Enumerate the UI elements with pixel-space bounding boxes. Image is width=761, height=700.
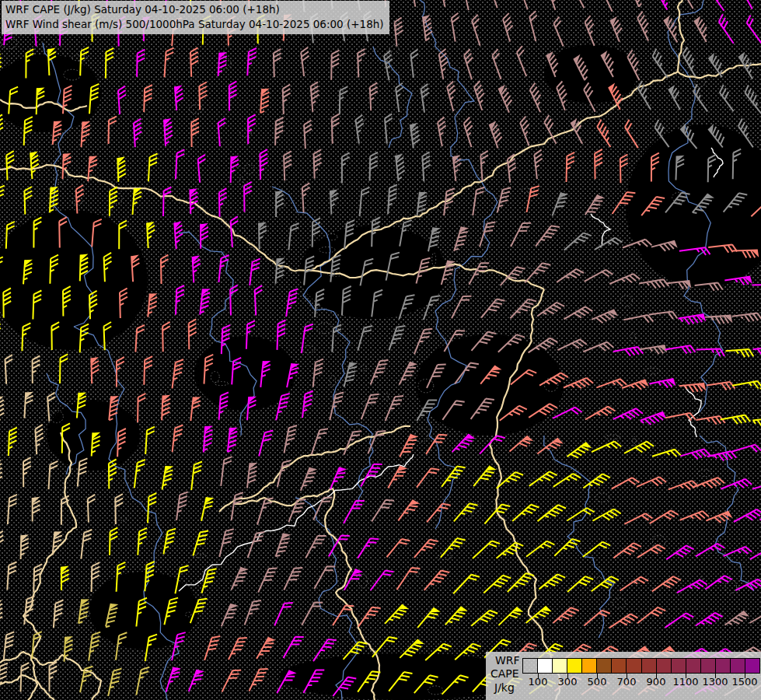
- wind-barb: [595, 149, 602, 179]
- wind-barb: [219, 188, 227, 217]
- cape-contour-squiggle: [358, 575, 367, 589]
- legend-cell: [582, 659, 597, 673]
- wind-barb: [148, 293, 157, 317]
- wind-barb: [573, 0, 585, 8]
- wind-barb: [544, 115, 556, 144]
- wind-barb: [301, 467, 317, 491]
- wind-barb: [21, 534, 29, 559]
- wind-barb: [164, 118, 173, 146]
- wind-barb: [438, 117, 446, 147]
- wind-barb: [706, 511, 732, 523]
- wind-barb: [625, 120, 638, 148]
- wind-barb: [637, 12, 648, 41]
- wind-barb: [652, 576, 681, 591]
- wind-barb: [474, 81, 484, 110]
- wind-barb: [136, 667, 149, 695]
- legend-label-cape: CAPE: [490, 667, 519, 680]
- wind-barb: [609, 274, 640, 284]
- wind-barb: [721, 479, 752, 489]
- wind-barb: [201, 223, 208, 249]
- wind-barb: [134, 119, 141, 148]
- cape-contour-squiggle: [437, 555, 452, 560]
- wind-barb: [497, 187, 511, 212]
- wind-barb: [567, 576, 593, 592]
- wind-barb: [503, 13, 513, 42]
- wind-barb: [284, 568, 302, 590]
- legend-cell: [523, 659, 538, 673]
- wind-barb: [50, 662, 58, 691]
- wind-barb: [400, 362, 418, 385]
- wind-barb-pennant: [408, 434, 418, 439]
- wind-barb: [342, 152, 350, 183]
- wind-barb: [9, 428, 17, 456]
- wind-barb: [553, 17, 563, 47]
- wind-barb: [469, 263, 489, 285]
- wind-barb: [553, 192, 569, 215]
- wind-barb: [679, 314, 707, 324]
- wind-barb: [731, 445, 761, 452]
- wind-barb: [693, 84, 707, 111]
- wind-barb: [311, 82, 319, 112]
- wind-barb: [583, 342, 613, 352]
- wind-barb: [512, 505, 539, 521]
- legend-cell: [642, 659, 657, 673]
- legend-cell: [657, 659, 672, 673]
- legend-cell: [745, 659, 759, 673]
- wind-barb: [396, 154, 405, 181]
- wind-barb: [250, 259, 260, 285]
- wind-barb: [452, 13, 459, 42]
- wind-barb: [145, 427, 155, 454]
- wind-barb: [652, 450, 681, 457]
- legend-cell: [672, 659, 686, 673]
- wind-barb: [288, 223, 298, 250]
- wind-barb: [421, 84, 430, 113]
- wind-barb: [302, 603, 323, 625]
- wind-barb: [247, 463, 257, 488]
- cape-contour-squiggle: [193, 554, 206, 558]
- wind-barb: [88, 495, 96, 523]
- wind-barb: [610, 16, 622, 42]
- wind-barb: [750, 548, 761, 560]
- legend-tick-label: 1100: [672, 676, 698, 688]
- legend-cell: [553, 659, 567, 673]
- wind-barb: [230, 285, 238, 316]
- wind-barb: [624, 442, 654, 453]
- wind-barb: [705, 316, 732, 324]
- river-line: [373, 47, 412, 148]
- wind-barb: [190, 397, 201, 421]
- wind-barb: [134, 460, 145, 488]
- wind-barb: [165, 48, 174, 78]
- wind-barb: [473, 541, 500, 558]
- wind-barb-pennant: [609, 310, 618, 316]
- legend-cell: [686, 659, 701, 673]
- wind-barb: [583, 542, 610, 557]
- legend-tick-label: 1300: [702, 676, 728, 688]
- wind-barb: [33, 497, 40, 522]
- wind-barb: [666, 545, 693, 559]
- wind-barb: [244, 182, 252, 212]
- wind-barb: [355, 115, 363, 144]
- wind-barb: [221, 457, 232, 486]
- wind-barb: [358, 49, 365, 78]
- wind-barb: [248, 532, 265, 558]
- wind-barb: [679, 383, 707, 392]
- country-border-line: [678, 0, 684, 72]
- wind-barb: [109, 117, 117, 144]
- wind-barb: [358, 607, 381, 627]
- wind-barb: [624, 513, 652, 524]
- wind-barb: [385, 114, 393, 143]
- wind-barb: [162, 322, 170, 352]
- wind-barb: [537, 303, 564, 317]
- wind-barb: [483, 576, 511, 593]
- wind-barb: [371, 360, 389, 384]
- wind-barb: [665, 345, 696, 354]
- legend-tick-label: 500: [588, 676, 607, 688]
- wind-barb: [480, 151, 488, 181]
- weather-map-canvas: [0, 0, 761, 700]
- cape-contour-squiggle: [630, 332, 636, 343]
- wind-barb: [732, 313, 761, 321]
- legend-cell: [716, 659, 731, 673]
- wind-barb: [630, 0, 643, 7]
- wind-barb: [174, 222, 183, 250]
- wind-barb: [752, 482, 761, 491]
